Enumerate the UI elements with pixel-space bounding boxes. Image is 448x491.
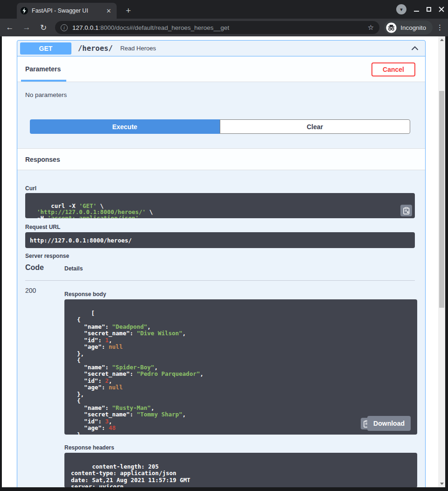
scrollbar-down-arrow[interactable] (438, 480, 445, 487)
no-parameters-text: No parameters (25, 91, 67, 98)
scrollbar-up-arrow[interactable] (438, 36, 445, 43)
table-divider (25, 280, 415, 281)
response-headers-label: Response headers (64, 444, 114, 451)
fastapi-favicon-icon (21, 7, 28, 14)
incognito-icon (386, 22, 397, 33)
incognito-label: Incognito (400, 24, 426, 31)
clear-button[interactable]: Clear (220, 119, 411, 134)
response-body-label: Response body (64, 291, 106, 297)
opblock-get-heroes: GET /heroes/ Read Heroes Parameters Canc… (17, 40, 426, 487)
execute-button[interactable]: Execute (30, 119, 220, 134)
response-body-block: [ { "name": "Deadpond", "secret_name": "… (64, 299, 417, 435)
swagger-page: GET /heroes/ Read Heroes Parameters Canc… (2, 36, 445, 487)
window-maximize-button[interactable] (427, 7, 431, 12)
parameters-section-header: Parameters Cancel (17, 56, 425, 82)
curl-label: Curl (25, 185, 36, 192)
endpoint-summary: Read Heroes (120, 45, 410, 52)
tab-title: FastAPI - Swagger UI (32, 7, 105, 14)
copy-curl-button[interactable] (400, 205, 412, 216)
details-column-header: Details (64, 265, 83, 272)
tab-close-icon[interactable]: ✕ (105, 7, 113, 15)
responses-section-header: Responses (17, 148, 425, 170)
download-button[interactable]: Download (367, 416, 411, 431)
window-close-button[interactable] (439, 7, 444, 12)
browser-menu-icon[interactable]: ⋮ (436, 23, 443, 32)
page-scrollbar[interactable] (438, 36, 445, 487)
endpoint-path: /heroes/ (78, 44, 113, 53)
bookmark-star-icon[interactable]: ☆ (368, 23, 374, 32)
forward-button[interactable]: → (20, 21, 34, 35)
reload-button[interactable]: ↻ (36, 21, 50, 35)
request-url-block: http://127.0.0.1:8000/heroes/ (25, 232, 415, 248)
tab-strip: FastAPI - Swagger UI ✕ + ▾ (0, 0, 448, 19)
active-tab-underline (21, 80, 66, 82)
parameters-title: Parameters (25, 65, 61, 73)
curl-code: curl -X 'GET' \ 'http://127.0.0.1:8000/h… (30, 202, 153, 218)
response-body-code: [ { "name": "Deadpond", "secret_name": "… (70, 310, 203, 435)
request-url-label: Request URL (25, 224, 60, 230)
opblock-header[interactable]: GET /heroes/ Read Heroes (17, 41, 425, 56)
execute-row: Execute Clear (30, 119, 410, 134)
browser-profile-chevron-icon[interactable]: ▾ (396, 4, 406, 14)
incognito-badge: Incognito (384, 21, 433, 35)
new-tab-button[interactable]: + (122, 5, 134, 17)
curl-command-block: curl -X 'GET' \ 'http://127.0.0.1:8000/h… (25, 193, 415, 218)
collapse-chevron-icon[interactable] (410, 44, 420, 53)
response-headers-code: content-length: 205 content-type: applic… (71, 463, 190, 488)
cancel-button[interactable]: Cancel (371, 62, 415, 76)
status-code: 200 (25, 287, 36, 294)
scrollbar-thumb[interactable] (439, 91, 444, 308)
address-bar[interactable]: i 127.0.0.1:8000/docs#/default/read_hero… (55, 21, 379, 34)
response-headers-block: content-length: 205 content-type: applic… (64, 453, 417, 487)
browser-toolbar: ← → ↻ i 127.0.0.1:8000/docs#/default/rea… (0, 19, 448, 36)
window-minimize-button[interactable] (414, 11, 419, 12)
server-response-label: Server response (25, 253, 69, 259)
back-button[interactable]: ← (3, 21, 17, 35)
url-text[interactable]: 127.0.0.1:8000/docs#/default/read_heroes… (72, 24, 364, 31)
code-column-header: Code (25, 263, 44, 272)
site-info-icon[interactable]: i (61, 24, 68, 31)
method-badge: GET (20, 42, 71, 55)
browser-tab[interactable]: FastAPI - Swagger UI ✕ (17, 3, 117, 19)
responses-title: Responses (25, 156, 60, 163)
